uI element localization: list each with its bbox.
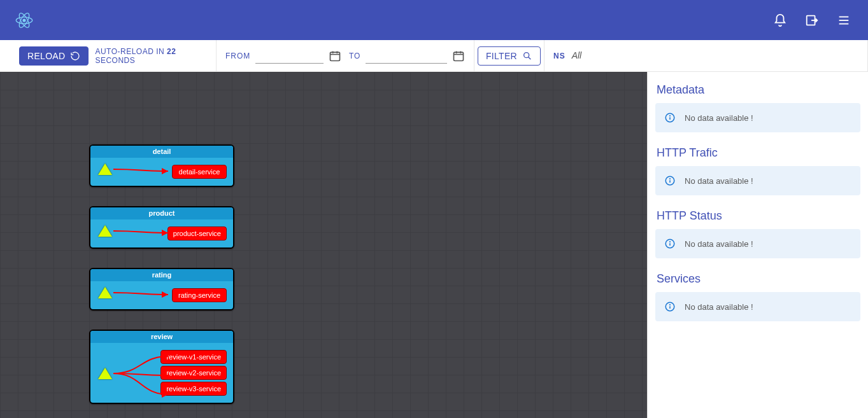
svg-marker-21 [162,353,168,359]
node-body: review-v1-servicereview-v2-servicereview… [90,343,233,403]
ns-value[interactable]: All [572,50,582,61]
info-message: No data available ! [655,292,860,321]
service-group-node[interactable]: ratingrating-service [89,268,234,310]
arrows-layer [90,158,236,181]
svg-point-16 [524,52,529,57]
react-logo-icon [15,11,33,29]
toolbar-reload-cell: RELOAD AUTO-RELOAD IN 22 SECONDS [0,40,217,71]
svg-marker-19 [162,230,168,236]
info-message: No data available ! [655,229,860,258]
search-icon [522,51,532,61]
sidebar-panel: Metadata No data available !HTTP Trafic … [647,72,868,418]
toolbar-date-range: FROM TO [217,40,474,71]
app-header [0,0,868,40]
from-date-field[interactable]: FROM [225,48,341,64]
reload-button-label: RELOAD [27,51,65,61]
filter-button-label: FILTER [486,51,517,61]
menu-icon [837,13,851,27]
to-input[interactable] [366,48,447,64]
sidebar-section-title: Metadata [657,83,859,97]
info-text: No data available ! [685,239,753,249]
svg-point-35 [670,305,671,305]
node-body: rating-service [90,281,233,309]
info-text: No data available ! [685,302,753,312]
svg-rect-8 [331,52,340,60]
svg-rect-12 [454,52,464,60]
node-title: review [90,331,233,343]
toolbar: RELOAD AUTO-RELOAD IN 22 SECONDS FROM TO [0,40,868,72]
svg-point-32 [670,242,671,242]
node-title: detail [90,146,233,158]
export-button[interactable] [799,8,825,33]
calendar-icon[interactable] [329,50,341,62]
calendar-icon[interactable] [452,50,465,62]
svg-line-17 [529,57,531,59]
svg-point-0 [22,18,25,22]
sidebar-section-title: Services [657,272,859,286]
export-icon [805,13,819,27]
service-group-node[interactable]: detaildetail-service [89,144,234,187]
arrows-layer [90,343,236,404]
node-body: product-service [90,219,233,247]
auto-reload-prefix: AUTO-RELOAD IN [95,47,167,56]
node-title: rating [90,269,233,281]
svg-marker-18 [162,168,168,174]
info-icon [664,175,676,186]
svg-point-29 [670,179,671,179]
info-icon [664,238,676,249]
node-body: detail-service [90,158,233,186]
arrows-layer [90,219,236,242]
svg-point-26 [670,116,671,116]
info-icon [664,301,676,312]
filter-button[interactable]: FILTER [478,46,541,66]
arrows-layer [90,281,236,304]
graph-canvas[interactable]: detaildetail-serviceproductproduct-servi… [0,72,647,418]
svg-marker-20 [162,291,168,298]
menu-button[interactable] [831,8,857,33]
info-icon [664,112,676,123]
info-text: No data available ! [685,176,753,186]
toolbar-namespace-cell: NS All [544,40,868,71]
auto-reload-suffix: SECONDS [95,56,135,65]
from-input[interactable] [255,48,324,64]
toolbar-filter-cell: FILTER [474,40,544,71]
info-message: No data available ! [655,166,860,195]
ns-label: NS [553,52,566,60]
svg-marker-23 [162,391,168,398]
bell-icon [773,13,787,27]
to-date-field[interactable]: TO [349,48,465,64]
info-text: No data available ! [685,113,753,123]
auto-reload-status: AUTO-RELOAD IN 22 SECONDS [95,47,207,65]
main-area: detaildetail-serviceproductproduct-servi… [0,72,868,418]
sidebar-section-title: HTTP Trafic [657,146,859,160]
notifications-button[interactable] [767,8,793,33]
from-label: FROM [225,52,250,60]
to-label: TO [349,52,360,60]
service-group-node[interactable]: productproduct-service [89,206,234,249]
service-group-node[interactable]: reviewreview-v1-servicereview-v2-service… [89,330,234,404]
auto-reload-seconds: 22 [167,47,176,56]
reload-button[interactable]: RELOAD [19,46,89,66]
svg-marker-22 [162,372,168,379]
reload-icon [70,51,80,61]
node-title: product [90,207,233,219]
info-message: No data available ! [655,103,860,132]
sidebar-section-title: HTTP Status [657,209,859,223]
